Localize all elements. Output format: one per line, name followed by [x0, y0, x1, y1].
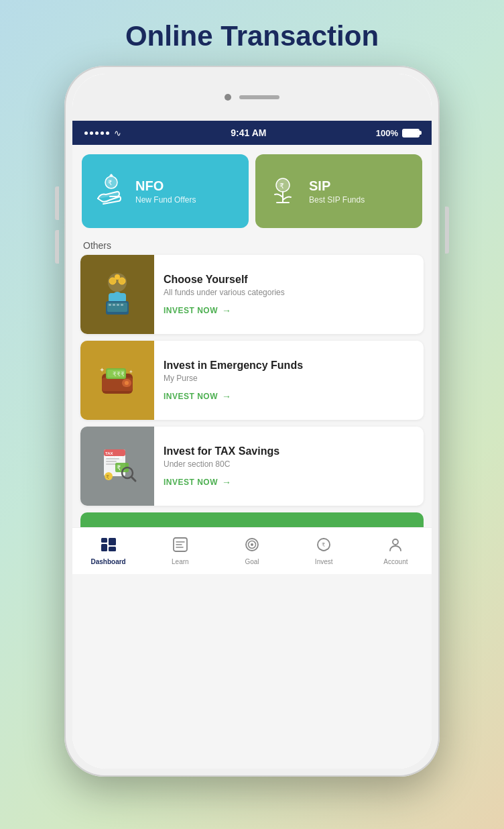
emergency-funds-subtitle: My Purse: [164, 374, 414, 383]
svg-text:₹₹₹: ₹₹₹: [113, 371, 125, 378]
invest-icon: ₹: [316, 537, 331, 556]
learn-icon: [173, 537, 188, 556]
learn-label: Learn: [172, 558, 189, 565]
wifi-icon: ∿: [114, 128, 121, 138]
svg-point-45: [251, 543, 253, 546]
tax-cta: INVEST NOW: [164, 478, 218, 487]
svg-rect-13: [113, 304, 115, 306]
battery-area: 100%: [376, 128, 420, 138]
goal-icon: [245, 537, 259, 556]
sip-title: SIP: [309, 178, 365, 194]
nfo-subtitle: New Fund Offers: [135, 195, 196, 205]
dashboard-label: Dashboard: [90, 558, 125, 565]
sip-card[interactable]: ₹ SIP Best SIP Funds: [255, 154, 422, 228]
power-button: [445, 207, 449, 254]
top-cards-row: ₹ NFO New Fund Offers: [72, 145, 432, 235]
choose-yourself-invest-btn[interactable]: INVEST NOW →: [164, 305, 414, 316]
choose-yourself-cta: INVEST NOW: [164, 306, 218, 315]
nfo-text: NFO New Fund Offers: [135, 178, 196, 205]
choose-yourself-title: Choose Yourself: [164, 274, 414, 286]
svg-point-47: [393, 539, 398, 545]
choose-yourself-content: Choose Yourself All funds under various …: [154, 255, 424, 334]
svg-point-19: [125, 381, 129, 385]
emergency-funds-title: Invest in Emergency Funds: [164, 360, 414, 372]
phone-mockup: ∿ 9:41 AM 100% ₹: [64, 66, 440, 777]
account-icon: [388, 537, 403, 556]
sip-text: SIP Best SIP Funds: [309, 178, 365, 205]
svg-text:₹: ₹: [108, 179, 112, 186]
nfo-card[interactable]: ₹ NFO New Fund Offers: [82, 154, 249, 228]
svg-rect-39: [101, 544, 107, 551]
emergency-invest-btn[interactable]: INVEST NOW →: [164, 391, 414, 402]
app-content: ₹ NFO New Fund Offers: [72, 145, 432, 769]
emergency-cta: INVEST NOW: [164, 392, 218, 401]
list-item-emergency-funds[interactable]: ₹₹₹ ✦ ✦ Invest in Emergency Funds My Pur…: [80, 341, 424, 420]
arrow-right-icon: →: [222, 305, 232, 316]
battery-fill: [403, 130, 418, 136]
nfo-title: NFO: [135, 178, 196, 194]
svg-text:✦: ✦: [99, 366, 105, 374]
goal-label: Goal: [245, 558, 259, 565]
svg-text:₹: ₹: [117, 464, 121, 472]
svg-text:₹: ₹: [279, 182, 284, 190]
arrow-right-icon-2: →: [222, 391, 232, 402]
svg-rect-14: [117, 304, 119, 306]
bottom-navigation: Dashboard Learn: [72, 527, 432, 574]
others-label: Others: [72, 235, 432, 255]
nfo-icon: ₹: [91, 173, 127, 209]
volume-down-button: [55, 230, 59, 264]
dashboard-icon: [101, 537, 117, 556]
signal-area: ∿: [84, 128, 121, 138]
emergency-funds-thumb: ₹₹₹ ✦ ✦: [80, 341, 154, 420]
partial-bottom-card: [80, 512, 424, 527]
nav-invest[interactable]: ₹ Invest: [288, 537, 360, 565]
speaker: [239, 95, 279, 99]
sip-subtitle: Best SIP Funds: [309, 195, 365, 205]
nav-learn[interactable]: Learn: [144, 537, 216, 565]
front-camera: [225, 94, 231, 101]
invest-label: Invest: [315, 558, 333, 565]
tax-savings-subtitle: Under section 80C: [164, 459, 414, 469]
svg-rect-12: [109, 304, 111, 306]
tax-savings-thumb: TAX RETURN ₹ ₹: [80, 427, 154, 506]
svg-point-7: [115, 274, 120, 280]
choose-yourself-subtitle: All funds under various categories: [164, 288, 414, 297]
svg-text:₹: ₹: [322, 542, 325, 548]
list-item-tax-savings[interactable]: TAX RETURN ₹ ₹: [80, 427, 424, 506]
svg-point-5: [109, 278, 116, 284]
svg-text:✦: ✦: [129, 369, 133, 375]
svg-rect-30: [106, 461, 117, 462]
signal-dot-2: [90, 131, 93, 135]
svg-text:₹: ₹: [106, 474, 109, 480]
nav-account[interactable]: Account: [360, 537, 432, 565]
tax-savings-title: Invest for TAX Savings: [164, 445, 414, 457]
list-item-choose-yourself[interactable]: Choose Yourself All funds under various …: [80, 255, 424, 334]
sip-icon: ₹: [265, 173, 301, 209]
status-bar: ∿ 9:41 AM 100%: [72, 121, 432, 145]
svg-rect-38: [101, 538, 107, 543]
svg-rect-29: [106, 458, 119, 459]
status-time: 9:41 AM: [231, 127, 266, 138]
tax-savings-content: Invest for TAX Savings Under section 80C…: [154, 427, 424, 506]
svg-rect-9: [109, 293, 126, 302]
arrow-right-icon-3: →: [222, 477, 232, 488]
choose-yourself-thumb: [80, 255, 154, 334]
emergency-funds-content: Invest in Emergency Funds My Purse INVES…: [154, 341, 424, 420]
signal-dot-5: [106, 131, 109, 135]
phone-bezel: [72, 74, 432, 121]
tax-invest-btn[interactable]: INVEST NOW →: [164, 477, 414, 488]
nav-dashboard[interactable]: Dashboard: [72, 537, 144, 565]
phone-screen: ∿ 9:41 AM 100% ₹: [72, 74, 432, 769]
nav-goal[interactable]: Goal: [216, 537, 288, 565]
account-label: Account: [383, 558, 407, 565]
volume-up-button: [55, 186, 59, 220]
svg-rect-15: [121, 304, 123, 306]
signal-dot-3: [95, 131, 99, 135]
svg-point-6: [119, 278, 125, 284]
svg-line-35: [131, 477, 135, 481]
svg-rect-41: [109, 547, 116, 551]
page-title: Online Transaction: [125, 20, 379, 52]
battery-percent: 100%: [376, 128, 398, 138]
svg-rect-40: [109, 538, 116, 545]
signal-dot-4: [101, 131, 104, 135]
